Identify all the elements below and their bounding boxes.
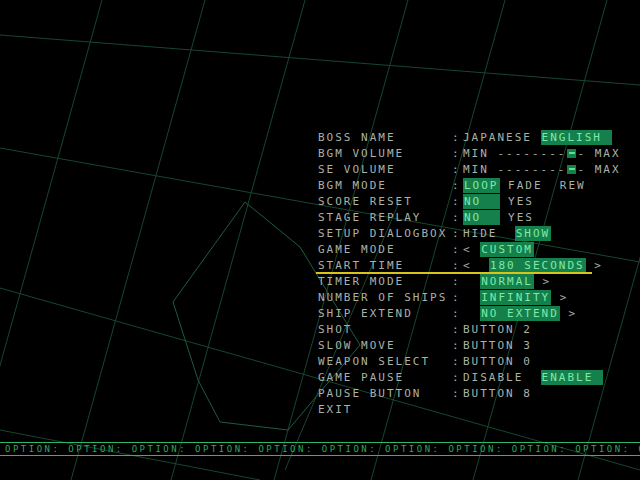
menu-row-ship-extend[interactable]: SHIP EXTEND: NO EXTEND > <box>318 306 621 322</box>
menu-row-slow-move[interactable]: SLOW MOVE:BUTTON 3 <box>318 338 621 354</box>
menu-row-game-pause[interactable]: GAME PAUSE:DISABLE ENABLE <box>318 370 621 386</box>
row-label: BGM MODE <box>318 178 452 194</box>
value-highlight: SHOW <box>515 226 552 241</box>
value-text <box>463 291 480 304</box>
row-separator: : <box>452 322 463 338</box>
row-separator: : <box>452 354 463 370</box>
row-value: BUTTON 0 <box>463 355 532 368</box>
value-text: HIDE <box>463 227 515 240</box>
row-value: BUTTON 8 <box>463 387 532 400</box>
row-value: NO YES <box>463 194 534 209</box>
value-highlight: INFINITY <box>480 290 551 305</box>
grid-line <box>171 0 305 480</box>
row-label: SE VOLUME <box>318 162 452 178</box>
row-value: NO EXTEND > <box>463 306 577 321</box>
value-highlight: NO <box>463 210 500 225</box>
menu-row-bgm-volume[interactable]: BGM VOLUME:MIN --------- MAX <box>318 146 621 162</box>
slider-knob <box>567 165 576 174</box>
menu-row-weapon-select[interactable]: WEAPON SELECT:BUTTON 0 <box>318 354 621 370</box>
row-value: NO YES <box>463 210 534 225</box>
row-separator: : <box>452 306 463 322</box>
row-value: < CUSTOM <box>463 242 534 257</box>
row-label: GAME MODE <box>318 242 452 258</box>
menu-row-setup-dialogbox[interactable]: SETUP DIALOGBOX:HIDE SHOW <box>318 226 621 242</box>
value-text: BUTTON 3 <box>463 339 532 352</box>
row-value: JAPANESE ENGLISH <box>463 130 612 145</box>
menu-row-number-of-ships[interactable]: NUMBER OF SHIPS: INFINITY > <box>318 290 621 306</box>
row-value: LOOP FADE REW <box>463 178 586 193</box>
menu-row-shot[interactable]: SHOT:BUTTON 2 <box>318 322 621 338</box>
row-separator: : <box>452 338 463 354</box>
row-separator: : <box>452 242 463 258</box>
row-value: INFINITY > <box>463 290 568 305</box>
game-options-menu: BOSS NAME:JAPANESE ENGLISH BGM VOLUME:MI… <box>318 130 621 418</box>
row-value: < 180 SECONDS > <box>463 258 603 273</box>
value-text <box>463 275 480 288</box>
menu-row-timer-mode[interactable]: TIMER MODE: NORMAL > <box>318 274 621 290</box>
value-text: > <box>560 307 577 320</box>
row-separator: : <box>452 178 463 194</box>
value-text: FADE REW <box>500 179 586 192</box>
row-label: EXIT <box>318 402 452 418</box>
row-value: NORMAL > <box>463 274 551 289</box>
value-text: > <box>586 259 603 272</box>
value-text: BUTTON 8 <box>463 387 532 400</box>
row-label: GAME PAUSE <box>318 370 452 386</box>
value-text: < <box>463 243 480 256</box>
grid-line <box>0 0 102 480</box>
value-text: BUTTON 2 <box>463 323 532 336</box>
menu-row-score-reset[interactable]: SCORE RESET:NO YES <box>318 194 621 210</box>
row-label: STAGE REPLAY <box>318 210 452 226</box>
row-separator: : <box>452 370 463 386</box>
game-options-screen: BOSS NAME:JAPANESE ENGLISH BGM VOLUME:MI… <box>0 0 640 480</box>
value-highlight: ENABLE <box>541 370 603 385</box>
menu-row-se-volume[interactable]: SE VOLUME:MIN --------- MAX <box>318 162 621 178</box>
value-highlight: NO EXTEND <box>480 306 560 321</box>
value-text: YES <box>500 211 535 224</box>
menu-row-game-mode[interactable]: GAME MODE:< CUSTOM <box>318 242 621 258</box>
value-highlight: NORMAL <box>480 274 534 289</box>
row-value: MIN --------- MAX <box>463 163 621 176</box>
value-text: - MAX <box>577 163 620 176</box>
option-status-bar: OPTION: OPTION: OPTION: OPTION: OPTION: … <box>0 442 640 456</box>
row-value: BUTTON 3 <box>463 339 532 352</box>
row-separator: : <box>452 194 463 210</box>
menu-row-pause-button[interactable]: PAUSE BUTTON:BUTTON 8 <box>318 386 621 402</box>
grid-line <box>0 35 640 85</box>
value-text: DISABLE <box>463 371 541 384</box>
menu-row-bgm-mode[interactable]: BGM MODE:LOOP FADE REW <box>318 178 621 194</box>
value-text: - MAX <box>577 147 620 160</box>
menu-row-boss-name[interactable]: BOSS NAME:JAPANESE ENGLISH <box>318 130 621 146</box>
value-text: > <box>534 275 551 288</box>
row-separator: : <box>452 274 463 290</box>
grid-line <box>71 0 205 480</box>
row-label: SLOW MOVE <box>318 338 452 354</box>
row-label: BGM VOLUME <box>318 146 452 162</box>
row-label: PAUSE BUTTON <box>318 386 452 402</box>
row-separator: : <box>452 162 463 178</box>
value-highlight: CUSTOM <box>480 242 534 257</box>
value-text: < <box>463 259 489 272</box>
row-separator: : <box>452 130 463 146</box>
row-separator: : <box>452 290 463 306</box>
menu-row-stage-replay[interactable]: STAGE REPLAY:NO YES <box>318 210 621 226</box>
value-text: YES <box>500 195 535 208</box>
menu-row-start-time[interactable]: START TIME:< 180 SECONDS > <box>318 258 621 274</box>
value-highlight: 180 SECONDS <box>489 258 586 273</box>
row-label: SCORE RESET <box>318 194 452 210</box>
value-text: MIN -------- <box>463 163 566 176</box>
row-label: SETUP DIALOGBOX <box>318 226 452 242</box>
value-text: BUTTON 0 <box>463 355 532 368</box>
value-text <box>463 307 480 320</box>
row-label: NUMBER OF SHIPS <box>318 290 452 306</box>
row-separator: : <box>452 386 463 402</box>
row-label: SHIP EXTEND <box>318 306 452 322</box>
value-text: JAPANESE <box>463 131 541 144</box>
menu-row-exit[interactable]: EXIT <box>318 402 621 418</box>
value-text: > <box>551 291 568 304</box>
slider-knob <box>567 149 576 158</box>
row-separator: : <box>452 210 463 226</box>
value-text: MIN -------- <box>463 147 566 160</box>
row-separator: : <box>452 226 463 242</box>
row-value: MIN --------- MAX <box>463 147 621 160</box>
